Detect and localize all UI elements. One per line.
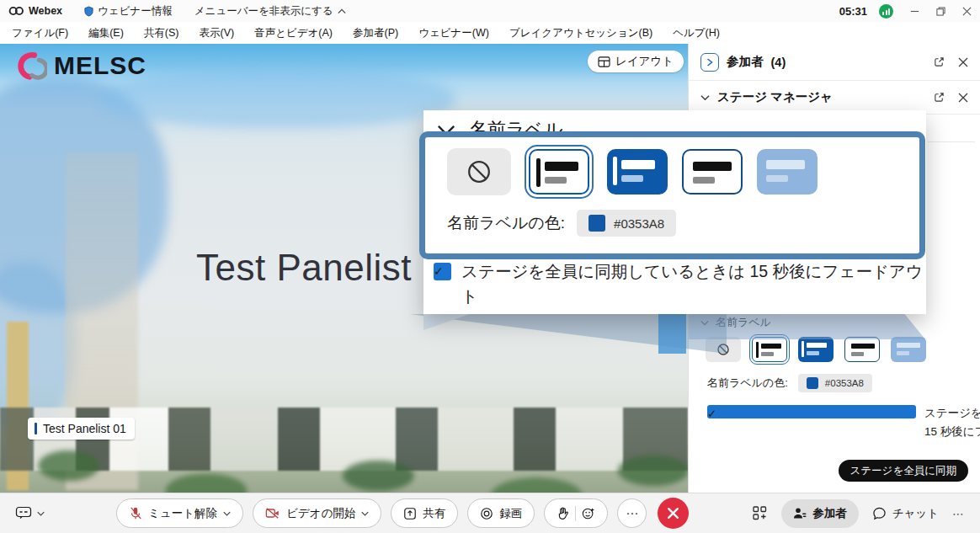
popup-color-row: 名前ラベルの色: #0353A8	[447, 210, 919, 237]
chevron-up-icon	[338, 8, 346, 14]
color-hex-value: #0353A8	[825, 378, 864, 388]
record-icon	[480, 507, 493, 520]
webex-logo-icon	[8, 6, 24, 16]
chevron-down-icon	[37, 511, 45, 516]
name-label-color-row: 名前ラベルの色: #0353A8	[707, 374, 872, 392]
hide-menubar-button[interactable]: メニューバーを非表示にする	[194, 4, 346, 19]
close-panel-icon[interactable]	[958, 93, 968, 103]
webinar-info-label: ウェビナー情報	[98, 4, 173, 19]
melsc-brand-text: MELSC	[54, 51, 146, 80]
popup-label-style-none-option[interactable]	[447, 148, 511, 195]
webinar-info-button[interactable]: ウェビナー情報	[84, 4, 173, 19]
popup-label-style-light-bar-option-selected[interactable]	[529, 149, 589, 195]
chevron-down-icon	[361, 511, 369, 516]
popout-icon[interactable]	[934, 92, 945, 103]
record-button[interactable]: 録画	[467, 498, 535, 528]
record-button-label: 録画	[499, 506, 522, 521]
menu-file[interactable]: ファイル(F)	[12, 26, 68, 40]
participants-panel-title: 参加者	[727, 54, 764, 70]
webex-app-name: Webex	[29, 5, 62, 17]
popout-icon[interactable]	[934, 56, 945, 67]
label-style-light-plain-option[interactable]	[844, 337, 880, 362]
unmute-button[interactable]: ミュート解除	[116, 498, 243, 528]
close-window-button[interactable]	[962, 7, 972, 16]
sync-stage-button[interactable]: ステージを全員に同期	[839, 460, 968, 482]
popup-sync-fade-checkbox-checked[interactable]: ✓	[434, 263, 451, 280]
participants-panel-header: 参加者 (4)	[689, 44, 980, 81]
webex-brand: Webex	[8, 5, 62, 17]
clock: 05:31	[839, 5, 867, 18]
name-label-color-picker[interactable]: #0353A8	[798, 374, 872, 392]
close-panel-icon[interactable]	[958, 57, 968, 67]
menu-view[interactable]: 表示(V)	[199, 26, 234, 40]
more-options-button[interactable]: ⋯	[617, 498, 647, 528]
chat-toggle-button[interactable]: チャット	[872, 506, 939, 521]
menubar: ファイル(F) 編集(E) 共有(S) 表示(V) 音声とビデオ(A) 参加者(…	[0, 22, 980, 44]
close-x-icon	[667, 507, 679, 520]
hide-menubar-label: メニューバーを非表示にする	[194, 4, 333, 19]
unmute-button-label: ミュート解除	[148, 506, 217, 521]
sync-fade-checkbox-row: ✓ ステージを全員に同期しているときは 15 秒後にフェードアウト	[707, 404, 980, 440]
name-label-color-label: 名前ラベルの色:	[707, 376, 788, 391]
chat-toggle-label: チャット	[892, 506, 939, 521]
menu-edit[interactable]: 編集(E)	[88, 26, 124, 40]
popup-label-style-translucent-option[interactable]	[757, 149, 818, 195]
stage-manager-title: ステージ マネージャ	[717, 89, 833, 105]
chevron-down-icon[interactable]	[700, 94, 710, 101]
raise-hand-icon[interactable]	[557, 506, 569, 520]
shield-icon	[84, 6, 93, 17]
popup-color-hex-value: #0353A8	[614, 216, 664, 231]
chat-bubble-icon	[872, 507, 887, 520]
label-style-translucent-option[interactable]	[891, 337, 926, 362]
reactions-smiley-icon[interactable]	[582, 507, 595, 520]
chevron-down-icon	[223, 511, 231, 516]
closed-captions-icon	[15, 506, 32, 520]
melsc-heart-icon	[10, 49, 47, 83]
name-label-accent-bar	[35, 423, 37, 434]
connection-quality-icon[interactable]	[879, 4, 893, 19]
sync-fade-checkbox-checked[interactable]: ✓	[707, 405, 916, 418]
minimize-button[interactable]	[910, 7, 919, 16]
participants-count: (4)	[771, 56, 786, 69]
popup-label-style-light-plain-option[interactable]	[682, 149, 743, 195]
more-dots-label: ⋯	[626, 506, 638, 521]
label-style-light-bar-option-selected[interactable]	[752, 337, 787, 362]
color-swatch	[807, 377, 818, 389]
popup-label-style-options	[447, 148, 919, 195]
label-style-blue-bar-option[interactable]	[798, 337, 834, 362]
start-video-button-label: ビデオの開始	[286, 506, 355, 521]
layout-button[interactable]: レイアウト	[588, 51, 684, 72]
start-video-button[interactable]: ビデオの開始	[253, 498, 381, 528]
participants-icon	[793, 507, 807, 520]
popup-color-label: 名前ラベルの色:	[447, 212, 565, 234]
menu-share[interactable]: 共有(S)	[144, 26, 179, 40]
restore-button[interactable]	[936, 7, 945, 16]
menu-participants[interactable]: 参加者(P)	[353, 26, 398, 40]
menu-audio-video[interactable]: 音声とビデオ(A)	[254, 26, 333, 40]
menu-breakout[interactable]: ブレイクアウトセッション(B)	[509, 26, 652, 40]
panel-overflow-button[interactable]: ⋯	[952, 507, 965, 520]
panel-divider	[928, 141, 975, 142]
popup-label-style-blue-bar-option[interactable]	[607, 149, 668, 195]
share-button[interactable]: 共有	[391, 498, 458, 528]
share-button-label: 共有	[423, 506, 445, 521]
stage-center-name: Test Panelist	[196, 247, 412, 289]
melsc-brand: MELSC	[10, 49, 146, 83]
menu-webinar[interactable]: ウェビナー(W)	[418, 26, 489, 40]
participants-toggle-button[interactable]: 参加者	[781, 499, 859, 528]
captions-control[interactable]	[15, 506, 45, 520]
chevron-right-icon[interactable]	[700, 53, 719, 72]
camera-off-icon	[265, 507, 280, 520]
share-screen-icon	[403, 507, 417, 520]
control-bar: ミュート解除 ビデオの開始 共有 録画 ⋯ 参加者 チャット ⋯	[0, 493, 980, 533]
apps-icon[interactable]	[752, 505, 768, 521]
panelist-name-label: Test Panelist 01	[28, 418, 135, 440]
divider	[575, 506, 576, 521]
popup-highlight-frame: 名前ラベルの色: #0353A8	[419, 131, 925, 259]
menu-help[interactable]: ヘルプ(H)	[673, 26, 720, 40]
popup-sync-fade-row: ✓ ステージを全員に同期しているときは 15 秒後にフェードアウト	[434, 259, 923, 309]
city-trees	[0, 435, 688, 493]
popup-color-picker[interactable]: #0353A8	[577, 210, 676, 237]
leave-webinar-button[interactable]	[658, 498, 689, 529]
callout-highlight-band	[658, 314, 686, 354]
